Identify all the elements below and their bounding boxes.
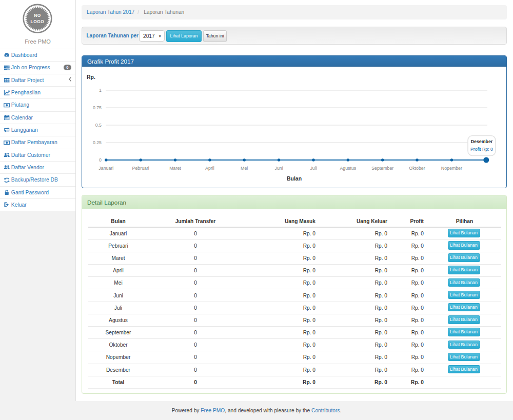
svg-text:September: September xyxy=(371,166,393,171)
svg-text:NO: NO xyxy=(34,13,41,18)
svg-text:0: 0 xyxy=(99,157,102,163)
svg-text:0.5: 0.5 xyxy=(95,123,102,128)
svg-text:Juni: Juni xyxy=(275,166,283,171)
svg-text:Desember: Desember xyxy=(471,139,493,144)
svg-text:0.75: 0.75 xyxy=(93,105,102,110)
svg-text:April: April xyxy=(205,166,214,171)
svg-text:Juli: Juli xyxy=(310,166,317,171)
svg-text:Nopember: Nopember xyxy=(441,166,462,171)
svg-text:Rp.: Rp. xyxy=(87,74,95,80)
svg-text:Pebruari: Pebruari xyxy=(132,166,149,171)
svg-text:Agustus: Agustus xyxy=(340,166,356,171)
svg-text:Oktober: Oktober xyxy=(409,166,425,171)
svg-text:Maret: Maret xyxy=(169,166,181,171)
svg-text:Profit Rp: 0: Profit Rp: 0 xyxy=(470,147,493,152)
svg-text:Januari: Januari xyxy=(98,166,113,171)
svg-text:LOGO: LOGO xyxy=(31,19,45,24)
svg-text:0.25: 0.25 xyxy=(93,140,102,145)
svg-text:Bulan: Bulan xyxy=(287,175,302,182)
svg-text:1: 1 xyxy=(99,88,102,93)
svg-text:Mei: Mei xyxy=(241,166,248,171)
